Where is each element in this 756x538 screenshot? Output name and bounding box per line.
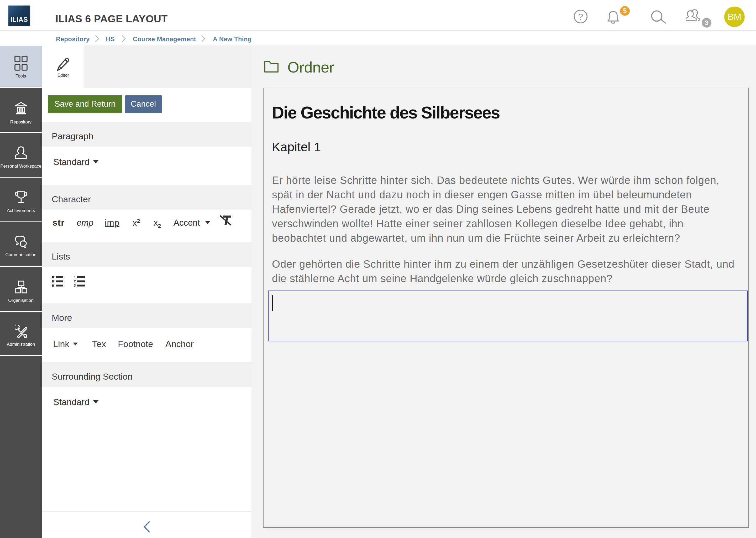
svg-text:2: 2 <box>74 279 75 283</box>
svg-text:3: 3 <box>74 284 75 288</box>
svg-text:1: 1 <box>74 276 75 279</box>
